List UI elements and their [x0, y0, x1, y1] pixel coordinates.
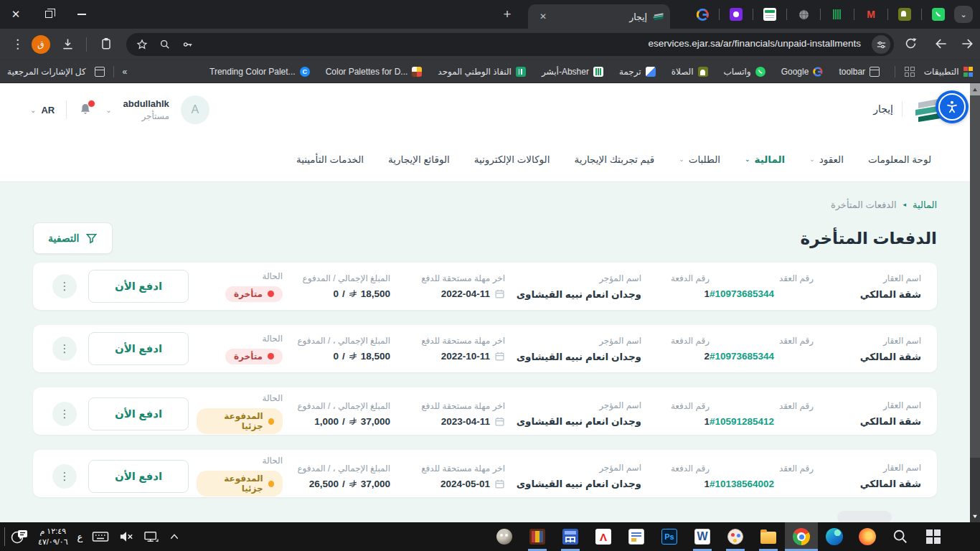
url-text[interactable]: eservices.ejar.sa/ar/financials/unpaid-i…: [649, 38, 861, 49]
user-menu-chevron-icon[interactable]: ⌄: [105, 106, 111, 114]
kebab-menu-button[interactable]: ⋮: [52, 402, 77, 426]
browser-menu-button[interactable]: ⋮: [11, 37, 24, 52]
clipboard-icon[interactable]: [99, 37, 113, 51]
url-bar[interactable]: eservices.ejar.sa/ar/financials/unpaid-i…: [126, 33, 894, 56]
pinned-tab-purple-app[interactable]: [730, 8, 743, 21]
nav-insurance-services[interactable]: الخدمات التأمينية: [296, 154, 364, 165]
bookmark-star-icon[interactable]: [136, 39, 148, 50]
nav-contracts[interactable]: العقود⌄: [809, 154, 844, 165]
bookmark-translate[interactable]: ترجمة: [619, 67, 656, 77]
all-bookmarks-icon[interactable]: [95, 67, 105, 77]
breadcrumb-parent[interactable]: المالية: [913, 199, 937, 210]
taskbar-clock[interactable]: ١٢:٤٩ م ٤٧/٠٩/٠٦: [38, 526, 68, 547]
kebab-menu-button[interactable]: ⋮: [52, 336, 77, 361]
taskbar-calculator[interactable]: [554, 522, 587, 551]
installment-cell: رقم الدفعة 1: [641, 273, 710, 299]
filter-button[interactable]: التصفية: [33, 222, 113, 254]
taskbar-word[interactable]: W: [686, 522, 719, 551]
reload-icon[interactable]: [904, 37, 918, 50]
show-desktop-button[interactable]: [4, 527, 5, 546]
nav-rate-experience[interactable]: قيم تجربتك الإيجارية: [574, 154, 654, 165]
bookmarks-overflow-chevron[interactable]: «: [123, 67, 128, 77]
bookmark-absher[interactable]: أبشر-Absher: [542, 67, 603, 77]
pinned-tab-globe[interactable]: [797, 8, 810, 21]
bookmark-prayer[interactable]: الصلاة: [672, 67, 708, 77]
contract-number-link[interactable]: #10973685344: [710, 351, 814, 362]
scrollbar-down-button[interactable]: [970, 514, 980, 519]
window-minimize-button[interactable]: [67, 0, 96, 29]
forward-icon[interactable]: [960, 37, 974, 51]
network-icon[interactable]: [143, 530, 159, 543]
search-lens-icon[interactable]: [159, 39, 171, 50]
downloads-icon[interactable]: [60, 37, 75, 52]
taskbar-edge[interactable]: [818, 522, 851, 551]
bookmark-google[interactable]: Google: [781, 67, 824, 77]
notification-area-icon[interactable]: [10, 528, 29, 545]
bookmark-apps[interactable]: التطبيقات: [924, 67, 973, 77]
taskbar-photoshop[interactable]: Ps: [653, 522, 686, 551]
taskbar-file-explorer[interactable]: [752, 522, 785, 551]
window-close-button[interactable]: ✕: [1, 0, 30, 29]
window-restore-button[interactable]: [34, 0, 63, 29]
pay-now-button[interactable]: ادفع الأن: [88, 270, 189, 303]
contract-number-link[interactable]: #10973685344: [710, 288, 814, 299]
pay-now-button[interactable]: ادفع الأن: [88, 460, 189, 493]
tray-chevron-up-icon[interactable]: [169, 532, 180, 541]
user-avatar[interactable]: A: [181, 95, 209, 124]
taskbar-paint[interactable]: [719, 522, 752, 551]
taskbar-chrome[interactable]: [785, 522, 818, 551]
accessibility-widget-button[interactable]: [936, 90, 969, 123]
apps-grid-icon[interactable]: [905, 67, 915, 77]
new-tab-button[interactable]: +: [498, 5, 517, 24]
nav-rental-incidents[interactable]: الوقائع الإيجارية: [388, 154, 450, 165]
bookmark-whatsapp[interactable]: واتساب: [724, 67, 765, 77]
bookmark-toolbar[interactable]: toolbar: [839, 67, 880, 77]
bookmark-nafath[interactable]: النفاذ الوطني الموحد: [438, 67, 526, 77]
volume-muted-icon[interactable]: [118, 530, 134, 543]
back-icon[interactable]: [934, 37, 948, 51]
nav-requests[interactable]: الطلبات⌄: [679, 154, 720, 165]
pinned-tab-absher[interactable]: [831, 8, 844, 21]
bookmark-trending-palettes[interactable]: Trending Color Palet...C: [209, 67, 310, 77]
pay-now-button[interactable]: ادفع الأن: [88, 397, 189, 430]
taskbar-gimp[interactable]: [488, 522, 521, 551]
contract-number-link[interactable]: #10138564002: [710, 479, 814, 489]
taskbar-acrobat[interactable]: Λ: [587, 522, 620, 551]
pinned-tab-google[interactable]: [696, 8, 709, 21]
property-label: اسم العقار: [814, 463, 921, 473]
amount-separator: /: [342, 416, 345, 427]
scrollbar-thumb[interactable]: [970, 95, 980, 458]
taskbar-search[interactable]: [884, 522, 917, 551]
pinned-tab-whatsapp[interactable]: [932, 8, 945, 21]
site-settings-icon[interactable]: [872, 35, 890, 54]
notifications-bell-button[interactable]: [78, 102, 94, 118]
taskbar-firefox[interactable]: [851, 522, 884, 551]
page-scrollbar[interactable]: [970, 83, 980, 522]
contract-number-link[interactable]: #10591285412: [710, 416, 814, 427]
taskbar-start[interactable]: [917, 522, 950, 551]
user-info[interactable]: abdullahlk مستأجر: [123, 98, 169, 122]
pinned-tab-gmail[interactable]: M: [864, 8, 877, 21]
password-key-icon[interactable]: [182, 39, 194, 50]
tab-search-chevron-button[interactable]: ⌄: [954, 6, 973, 23]
tab-close-icon[interactable]: ✕: [537, 11, 550, 22]
active-tab[interactable]: ✕ إيجار: [528, 4, 670, 29]
profile-avatar[interactable]: ق: [32, 35, 50, 54]
taskbar-office-doc[interactable]: [620, 522, 653, 551]
kebab-menu-button[interactable]: ⋮: [52, 464, 77, 489]
scrollbar-up-button[interactable]: [970, 83, 980, 95]
pay-now-button[interactable]: ادفع الأن: [88, 332, 189, 365]
all-bookmarks-label[interactable]: كل الإشارات المرجعية: [7, 67, 86, 77]
kebab-menu-button[interactable]: ⋮: [52, 274, 77, 298]
pinned-tab-card-app[interactable]: [763, 8, 776, 21]
nav-e-agencies[interactable]: الوكالات الإلكترونية: [474, 154, 550, 165]
nav-financial[interactable]: المالية⌄: [745, 154, 785, 165]
bookmark-color-palettes[interactable]: Color Palettes for D...: [326, 67, 423, 77]
taskbar-winrar[interactable]: [521, 522, 554, 551]
language-selector[interactable]: ⌄ AR: [30, 105, 55, 116]
installments-list: اسم العقار شقة المالكي رقم العقد #109736…: [33, 263, 937, 497]
pinned-tab-prayer[interactable]: [898, 8, 911, 21]
nav-dashboard[interactable]: لوحة المعلومات: [868, 154, 931, 165]
keyboard-icon[interactable]: [92, 530, 109, 543]
input-language-indicator[interactable]: ع: [77, 532, 83, 542]
